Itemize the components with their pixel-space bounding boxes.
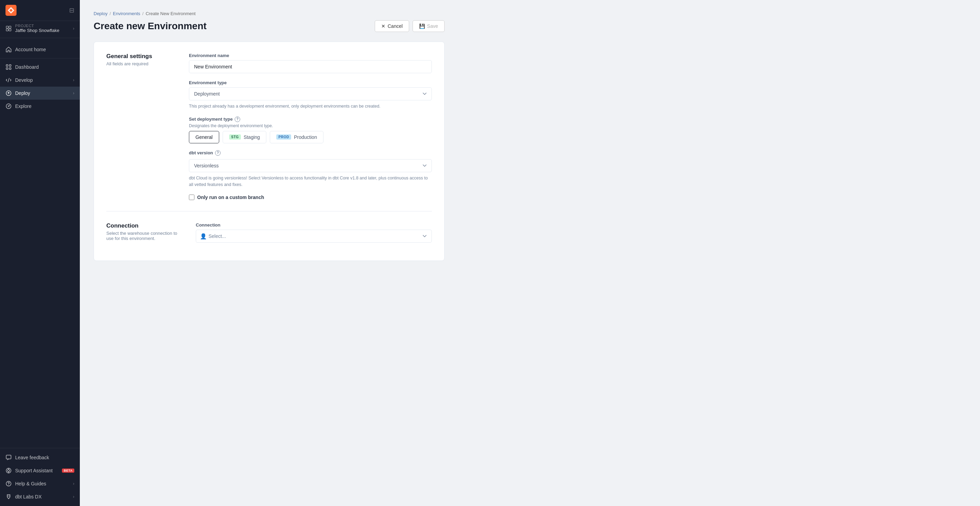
labs-icon bbox=[5, 493, 12, 500]
svg-rect-4 bbox=[9, 29, 11, 31]
sidebar-item-develop[interactable]: Develop › bbox=[0, 74, 80, 87]
project-icon bbox=[5, 25, 12, 32]
develop-icon bbox=[5, 77, 12, 83]
general-settings-left: General settings All fields are required bbox=[106, 53, 175, 200]
dbt-version-note: dbt Cloud is going versionless! Select V… bbox=[189, 175, 432, 188]
svg-rect-1 bbox=[6, 26, 8, 28]
breadcrumb-environments[interactable]: Environments bbox=[113, 11, 140, 16]
sidebar-item-leave-feedback[interactable]: Leave feedback bbox=[0, 451, 80, 464]
page-title: Create new Environment bbox=[94, 21, 207, 32]
deployment-type-label: Set deployment type bbox=[189, 117, 232, 122]
svg-rect-12 bbox=[6, 455, 11, 459]
sidebar-item-support-assistant[interactable]: Support Assistant BETA bbox=[0, 464, 80, 477]
deploy-type-staging-button[interactable]: STG Staging bbox=[223, 131, 267, 143]
custom-branch-checkbox[interactable] bbox=[189, 195, 194, 200]
breadcrumb: Deploy / Environments / Create New Envir… bbox=[94, 11, 445, 16]
breadcrumb-deploy[interactable]: Deploy bbox=[94, 11, 107, 16]
deployment-type-help: Designates the deployment environment ty… bbox=[189, 124, 432, 128]
general-settings-right: Environment name Environment type Deploy… bbox=[189, 53, 432, 200]
save-button[interactable]: 💾 Save bbox=[412, 20, 445, 32]
dbt-version-label: dbt version bbox=[189, 150, 213, 155]
svg-point-11 bbox=[6, 104, 11, 109]
sidebar-bottom: Leave feedback Support Assistant BETA He… bbox=[0, 448, 80, 506]
deployment-type-info-icon[interactable]: ? bbox=[235, 117, 240, 122]
sidebar-item-label: Leave feedback bbox=[15, 455, 74, 460]
help-icon bbox=[5, 481, 12, 487]
deploy-type-general-button[interactable]: General bbox=[189, 131, 219, 143]
support-icon bbox=[5, 468, 12, 474]
sidebar-item-label: Support Assistant bbox=[15, 468, 56, 473]
deploy-icon bbox=[5, 90, 12, 96]
project-chevron-icon: › bbox=[73, 26, 74, 31]
sidebar-item-help-guides[interactable]: Help & Guides › bbox=[0, 477, 80, 490]
connection-inner: Connection Select the warehouse connecti… bbox=[94, 211, 444, 260]
connection-right: Connection 👤 Select... bbox=[196, 222, 432, 249]
deploy-type-production-label: Production bbox=[294, 135, 317, 140]
dbt-version-select[interactable]: Versionless bbox=[189, 159, 432, 172]
collapse-sidebar-button[interactable]: ⊟ bbox=[69, 6, 74, 14]
environment-type-select[interactable]: Deployment bbox=[189, 87, 432, 100]
sidebar-item-account-home[interactable]: Account home bbox=[0, 43, 80, 56]
main-content: Deploy / Environments / Create New Envir… bbox=[80, 0, 980, 506]
sidebar-nav: Account home Dashboard Develop › Deploy … bbox=[0, 40, 80, 448]
staging-badge: STG bbox=[229, 135, 241, 140]
environment-type-note: This project already has a development e… bbox=[189, 103, 432, 109]
explore-icon bbox=[5, 103, 12, 109]
svg-point-18 bbox=[8, 485, 9, 486]
connection-select[interactable]: Select... bbox=[196, 230, 432, 243]
dbt-version-info-icon[interactable]: ? bbox=[215, 150, 221, 156]
environment-name-input[interactable] bbox=[189, 60, 432, 73]
sidebar-item-dbt-labs-dx[interactable]: dbt Labs DX › bbox=[0, 490, 80, 503]
svg-line-9 bbox=[8, 78, 9, 82]
breadcrumb-current: Create New Environment bbox=[146, 11, 196, 16]
deployment-type-label-row: Set deployment type ? bbox=[189, 117, 432, 122]
deploy-type-staging-label: Staging bbox=[243, 135, 260, 140]
develop-chevron-icon: › bbox=[73, 78, 74, 82]
sidebar-item-deploy[interactable]: Deploy › bbox=[0, 87, 80, 100]
page-header: Create new Environment ✕ Cancel 💾 Save bbox=[94, 20, 445, 32]
deploy-type-general-label: General bbox=[196, 135, 213, 140]
svg-rect-8 bbox=[9, 68, 11, 70]
general-settings-card: General settings All fields are required… bbox=[94, 41, 445, 261]
custom-branch-label[interactable]: Only run on a custom branch bbox=[197, 195, 264, 200]
sidebar-project[interactable]: Project Jaffle Shop Snowflake › bbox=[0, 21, 80, 36]
connection-select-wrapper: 👤 Select... bbox=[196, 230, 432, 243]
sidebar-divider-top bbox=[0, 38, 80, 38]
svg-rect-2 bbox=[9, 26, 11, 28]
sidebar-item-label: Develop bbox=[15, 77, 70, 83]
deploy-chevron-icon: › bbox=[73, 91, 74, 95]
dbt-logo-icon bbox=[5, 5, 16, 16]
feedback-icon bbox=[5, 454, 12, 461]
svg-point-14 bbox=[8, 470, 10, 472]
save-icon: 💾 bbox=[419, 23, 425, 29]
cancel-button[interactable]: ✕ Cancel bbox=[375, 20, 409, 32]
sidebar-divider-1 bbox=[0, 58, 80, 59]
cancel-x-icon: ✕ bbox=[381, 23, 385, 29]
labs-chevron-icon: › bbox=[73, 494, 74, 499]
general-settings-title: General settings bbox=[106, 53, 175, 60]
deployment-type-group: Set deployment type ? Designates the dep… bbox=[189, 117, 432, 143]
breadcrumb-sep-2: / bbox=[142, 11, 144, 16]
sidebar-item-dashboard[interactable]: Dashboard bbox=[0, 60, 80, 74]
dbt-logo bbox=[5, 5, 16, 16]
sidebar-header: ⊟ bbox=[0, 0, 80, 21]
cancel-label: Cancel bbox=[387, 23, 402, 29]
connection-label: Connection bbox=[196, 222, 432, 228]
project-name: Jaffle Shop Snowflake bbox=[15, 28, 70, 33]
dbt-version-group: dbt version ? Versionless dbt Cloud is g… bbox=[189, 150, 432, 188]
sidebar-item-explore[interactable]: Explore bbox=[0, 100, 80, 113]
environment-type-group: Environment type Deployment This project… bbox=[189, 80, 432, 109]
general-settings-inner: General settings All fields are required… bbox=[94, 42, 444, 211]
breadcrumb-sep-1: / bbox=[110, 11, 111, 16]
deploy-type-production-button[interactable]: PROD Production bbox=[270, 131, 323, 143]
project-text: Project Jaffle Shop Snowflake bbox=[15, 24, 70, 33]
home-icon bbox=[5, 46, 12, 52]
connection-left: Connection Select the warehouse connecti… bbox=[106, 222, 182, 249]
general-settings-subtitle: All fields are required bbox=[106, 61, 175, 67]
sidebar: ⊟ Project Jaffle Shop Snowflake › Accoun… bbox=[0, 0, 80, 506]
sidebar-item-label: dbt Labs DX bbox=[15, 494, 70, 500]
svg-rect-5 bbox=[6, 65, 8, 67]
sidebar-item-label: Dashboard bbox=[15, 64, 74, 70]
svg-rect-7 bbox=[6, 68, 8, 70]
help-chevron-icon: › bbox=[73, 481, 74, 486]
